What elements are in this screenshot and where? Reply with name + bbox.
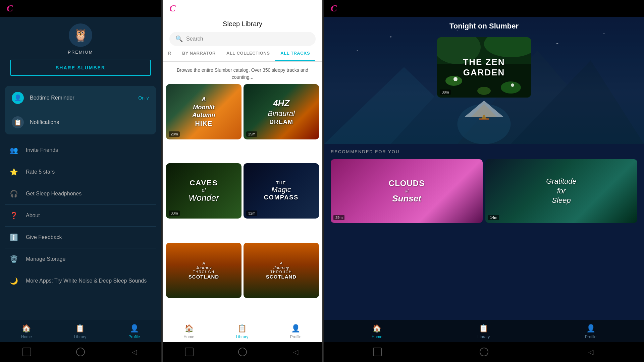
svg-point-10 (357, 50, 358, 51)
scotland-text-1: A Journey THROUGH SCOTLAND (189, 261, 219, 280)
track-magic-compass[interactable]: THE Magic COMPASS 32m (244, 163, 319, 219)
tab-all-tracks[interactable]: ALL TRACKS (275, 46, 315, 61)
circle-btn-1[interactable] (76, 348, 85, 356)
more-apps-icon: 🌙 (8, 276, 19, 286)
rate-stars-label: Rate 5 stars (26, 169, 55, 175)
tab-by-narrator[interactable]: BY NARRATOR (177, 46, 221, 61)
invite-friends-item[interactable]: 👥 Invite Friends (5, 139, 156, 161)
bottom-nav-2: 🏠 Home 📋 Library 👤 Profile (163, 320, 322, 342)
track-duration-moonlit: 28m (169, 131, 180, 137)
loading-icon-1: C (7, 3, 13, 14)
give-feedback-label: Give Feedback (26, 234, 62, 240)
svg-point-19 (445, 76, 462, 86)
loading-icon-3: C (331, 3, 337, 14)
library-icon-3: 📋 (479, 324, 488, 333)
search-icon: 🔍 (175, 35, 183, 43)
profile-icon-3: 👤 (586, 324, 595, 333)
search-input[interactable] (186, 36, 310, 42)
home-label-1: Home (21, 335, 32, 339)
featured-card-zen-garden[interactable]: THE ZEN GARDEN 38m (437, 37, 531, 98)
nav-profile-2[interactable]: 👤 Profile (290, 324, 302, 339)
square-btn-1[interactable] (22, 348, 31, 356)
back-btn-1[interactable]: ◁ (130, 348, 139, 356)
track-caves-of-wonder[interactable]: CAVES of Wonder 33m (166, 163, 241, 219)
zen-garden-bg: THE ZEN GARDEN (437, 37, 531, 98)
track-binaural-dream[interactable]: 4HZ Binaural DREAM 25m (244, 84, 319, 139)
menu-list: 👥 Invite Friends ⭐ Rate 5 stars 🎧 Get Sl… (5, 139, 156, 292)
tab-r[interactable]: R (163, 46, 177, 61)
square-btn-2[interactable] (185, 348, 194, 356)
profile-icon-1: 👤 (130, 324, 139, 333)
share-slumber-button[interactable]: SHARE SLUMBER (10, 60, 151, 76)
rec-card-gratitude-sleep[interactable]: GratitudeforSleep 14m (485, 159, 637, 223)
bedtime-reminder-badge: On ∨ (138, 95, 149, 101)
storage-icon: 🗑️ (8, 254, 19, 264)
square-btn-3[interactable] (373, 348, 382, 356)
track-scotland-2[interactable]: A Journey THROUGH SCOTLAND (244, 243, 319, 298)
more-apps-label: More Apps: Try White Noise & Deep Sleep … (26, 278, 147, 284)
gratitude-duration: 14m (488, 215, 499, 220)
nav-home-2[interactable]: 🏠 Home (183, 324, 194, 339)
track-scotland-1[interactable]: A Journey THROUGH SCOTLAND (166, 243, 241, 298)
bedtime-reminder-item[interactable]: 👤 Bedtime Reminder On ∨ (5, 86, 156, 110)
featured-duration: 38m (440, 89, 451, 95)
library-label-3: Library (478, 335, 490, 339)
recommended-title: RECOMMENDED FOR YOU (331, 149, 637, 154)
rec-card-clouds-sunset[interactable]: CLOUDS at Sunset 29m (331, 159, 483, 223)
svg-point-9 (603, 33, 605, 34)
track-bg-scotland2: A Journey THROUGH SCOTLAND (244, 243, 319, 298)
track-duration-compass: 32m (246, 210, 257, 216)
notifications-icon: 📋 (12, 116, 24, 128)
circle-btn-2[interactable] (238, 348, 247, 356)
track-moonlit-autumn-hike[interactable]: AMoonlitAutumnHIKE 28m (166, 84, 241, 139)
search-bar[interactable]: 🔍 (169, 32, 316, 46)
avatar-section: 🦉 PREMIUM (10, 23, 151, 55)
more-apps-item[interactable]: 🌙 More Apps: Try White Noise & Deep Slee… (5, 270, 156, 292)
track-bg-scotland1: A Journey THROUGH SCOTLAND (166, 243, 241, 298)
avatar: 🦉 (69, 23, 92, 47)
home-icon-3: 🏠 (372, 324, 381, 333)
clouds-duration: 29m (333, 215, 344, 220)
feedback-icon: ℹ️ (8, 232, 19, 243)
phone-tonight: C Tonight on Slumber (324, 0, 644, 362)
library-icon-1: 📋 (75, 324, 85, 333)
zen-garden-title: THE ZEN GARDEN (463, 57, 505, 78)
back-btn-3[interactable]: ◁ (586, 348, 595, 356)
library-header: Sleep Library 🔍 (163, 17, 322, 46)
track-duration-binaural: 25m (246, 131, 257, 137)
invite-friends-icon: 👥 (8, 145, 19, 156)
about-icon: ❓ (8, 210, 19, 221)
home-icon-1: 🏠 (22, 324, 31, 333)
nav-profile-1[interactable]: 👤 Profile (128, 324, 140, 339)
clouds-sunset-content: CLOUDS at Sunset (331, 159, 483, 223)
nav-library-2[interactable]: 📋 Library (236, 324, 249, 339)
recommended-section: RECOMMENDED FOR YOU CLOUDS at Sunset 29m… (324, 144, 644, 320)
sleep-headphones-item[interactable]: 🎧 Get Sleep Headphones (5, 183, 156, 205)
library-label-1: Library (74, 335, 87, 339)
nav-library-3[interactable]: 📋 Library (478, 324, 490, 339)
profile-label-1: Profile (128, 335, 140, 339)
nav-profile-3[interactable]: 👤 Profile (585, 324, 596, 339)
tonight-section: Tonight on Slumber (324, 17, 644, 144)
notifications-item[interactable]: 📋 Notifications (5, 110, 156, 134)
circle-btn-3[interactable] (480, 348, 488, 356)
nav-library-1[interactable]: 📋 Library (74, 324, 87, 339)
bedtime-reminder-label: Bedtime Reminder (30, 95, 132, 101)
home-label-2: Home (183, 335, 194, 339)
about-item[interactable]: ❓ About (5, 205, 156, 227)
status-bar-1: C (0, 0, 161, 17)
library-subtitle: Browse the entire Slumber catalog. Over … (163, 62, 322, 84)
manage-storage-item[interactable]: 🗑️ Manage Storage (5, 248, 156, 270)
nav-home-1[interactable]: 🏠 Home (21, 324, 32, 339)
manage-storage-label: Manage Storage (26, 256, 65, 262)
headphones-icon: 🎧 (8, 188, 19, 199)
system-nav-2: ◁ (163, 342, 322, 362)
give-feedback-item[interactable]: ℹ️ Give Feedback (5, 227, 156, 248)
profile-header: 🦉 PREMIUM SHARE SLUMBER (0, 17, 161, 86)
svg-point-8 (556, 43, 558, 44)
tab-all-collections[interactable]: ALL COLLECTIONS (221, 46, 275, 61)
nav-home-3[interactable]: 🏠 Home (372, 324, 382, 339)
tabs-bar: R BY NARRATOR ALL COLLECTIONS ALL TRACKS (163, 46, 322, 62)
rate-stars-item[interactable]: ⭐ Rate 5 stars (5, 161, 156, 183)
back-btn-2[interactable]: ◁ (291, 348, 300, 356)
